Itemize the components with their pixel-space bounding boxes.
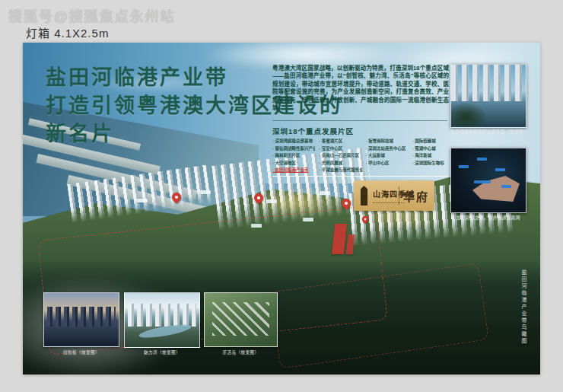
inset-caption: 魅力湾（效果图） [124,349,200,355]
district-column: 深圳湾超级总部基地 留仙洞战略性新兴产业基地 梅林彩田片区 大空港地区 盐田河临… [272,139,315,173]
district-item: 香蜜湖片区 [319,139,361,144]
inset-towers [47,307,116,327]
district-column: 国际低碳城 鹭湖中心城 海洋新城 深圳国际生物谷 [412,139,455,173]
map-label-chip [251,224,262,228]
district-item: 深圳北站商务中心区 [366,146,409,151]
district-item: 海洋新城 [412,153,455,158]
district-item: 梅林彩田片区 [272,153,315,158]
underline-rule [272,176,449,177]
inset-towers [128,304,196,327]
inset-buildings [212,302,269,336]
district-column: 香蜜湖片区 宝安中心区 尖岗山—石岩南片区 光明凤凰城 平湖金融与现代服务业基地 [319,139,361,173]
district-item: 深圳湾超级总部基地 [272,139,315,144]
inset-render-bay [43,292,119,347]
aerial-view-caption: 盐田河临港产业带鸟瞰图 [520,269,527,374]
district-item: 国际低碳城 [412,139,455,144]
project-logo-plaque: 山海四季城 华府 [354,180,434,211]
inset-render-rivertown [124,292,200,348]
inset-caption: 盐田河临港现代产业服务区（效果图） [450,129,526,135]
district-item-highlighted: 盐田河临港产业带 [272,167,315,173]
map-label-chip [266,199,277,203]
district-item: 鹭湖中心城 [412,146,455,151]
zones-heading: 深圳18个重点发展片区 [272,126,354,136]
district-item: 光明凤凰城 [319,161,361,166]
lightbox-poster: 盐田河临港产业带 打造引领粤港澳大湾区建设的 新名片 粤港澳大湾区国家战略，以创… [23,43,540,374]
sohu-watermark: 搜狐号@搜狐焦点永州站 [8,5,176,25]
district-item: 坪山中心区 [366,161,409,166]
logo-divider [399,186,399,205]
intro-paragraph: 粤港澳大湾区国家战略，以创新驱动为特质，打造深圳18个重点区域——盐田河临港产业… [272,65,449,112]
transit-label-chip [477,158,487,161]
logo-script-flourish [373,201,405,203]
district-item: 深圳国际生物谷 [412,161,455,166]
section-divider [272,120,447,121]
map-label-chip [303,218,313,221]
district-item: 宝安中心区 [319,146,361,151]
key-districts-list: 深圳湾超级总部基地 留仙洞战略性新兴产业基地 梅林彩田片区 大空港地区 盐田河临… [272,139,455,173]
inset-render-campus [204,292,278,347]
transit-label-chip [474,180,491,183]
inset-transit-map [450,148,526,213]
district-item: 平湖金融与现代服务业基地 [319,167,361,173]
map-label-chip [137,199,148,202]
inset-towers [451,65,526,101]
logo-name: 山海四季城 [373,188,395,199]
transit-label-chip [495,168,505,171]
logo-suffix: 华府 [403,188,429,204]
palm-tree-silhouette [450,103,486,128]
district-item: 大运新城 [366,153,409,158]
inset-caption: 加密轨道交通，对外畅通道路网 [450,215,526,221]
district-item: 留仙洞战略性新兴产业基地 [272,146,315,151]
district-column: 坂雪岗科技城 深圳北站商务中心区 大运新城 坪山中心区 [366,139,409,173]
map-label-chip [200,190,211,194]
transit-label-chip [501,185,511,188]
map-label-chip [320,191,330,195]
logo-name-block: 山海四季城 [373,188,395,203]
district-item: 尖岗山—石岩南片区 [319,153,361,158]
inset-caption: 乐活岛（效果图） [204,349,278,355]
inset-caption: 创智核（效果图） [43,349,119,355]
inset-render-skyline [450,64,526,128]
lightbox-size-label: 灯箱 4.1X2.5m [26,24,109,40]
district-item: 大空港地区 [272,161,315,166]
district-item: 坂雪岗科技城 [366,139,409,144]
tower-emblem-icon [359,186,369,206]
transit-label-chip [459,165,469,168]
